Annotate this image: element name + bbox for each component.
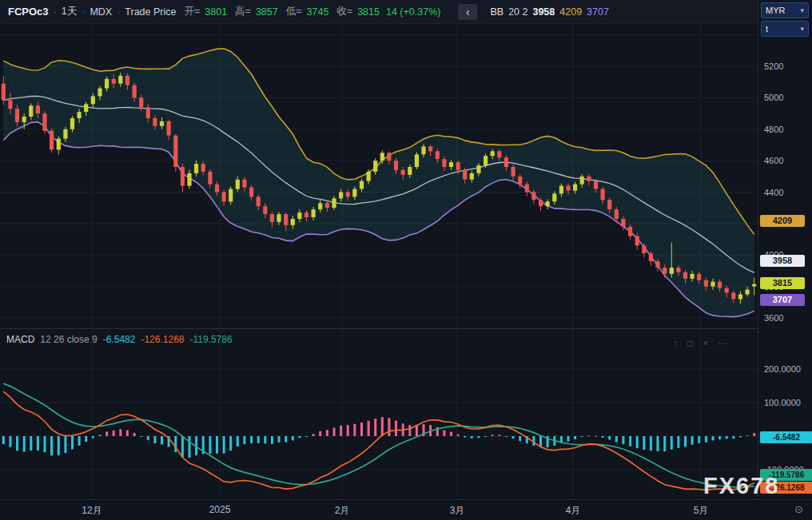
candle bbox=[312, 209, 316, 217]
currency-select[interactable]: MYR ▾ bbox=[761, 2, 809, 18]
candle bbox=[525, 185, 529, 193]
macd-histogram-bar bbox=[739, 436, 742, 438]
bb-indicator-name[interactable]: BB bbox=[490, 6, 504, 18]
macd-histogram-bar bbox=[691, 436, 694, 445]
candle bbox=[594, 181, 598, 189]
macd-histogram-bar bbox=[663, 436, 666, 451]
candle bbox=[160, 121, 164, 126]
candle bbox=[229, 189, 233, 202]
candle bbox=[78, 112, 82, 118]
candle bbox=[552, 194, 556, 202]
candle bbox=[511, 167, 515, 177]
candle bbox=[387, 153, 391, 161]
macd-signal-line bbox=[3, 383, 754, 487]
candle bbox=[663, 268, 667, 274]
macd-histogram-bar bbox=[99, 435, 102, 436]
candle bbox=[725, 288, 729, 293]
pane-controls: ↑ □ × ⋯ bbox=[673, 338, 727, 349]
candle bbox=[236, 180, 240, 189]
macd-histogram-bar bbox=[126, 431, 129, 437]
macd-histogram-bar bbox=[285, 436, 287, 443]
time-axis-label: 4月 bbox=[566, 504, 581, 518]
candle bbox=[497, 151, 501, 157]
macd-histogram-bar bbox=[622, 436, 624, 444]
move-pane-up-icon[interactable]: ↑ bbox=[673, 338, 678, 349]
candle bbox=[91, 96, 95, 104]
macd-histogram-bar bbox=[44, 436, 46, 452]
macd-histogram-bar bbox=[698, 436, 700, 443]
candle bbox=[607, 200, 611, 209]
back-button[interactable]: ‹ bbox=[458, 4, 477, 20]
more-options-icon[interactable]: ⋯ bbox=[718, 338, 727, 349]
macd-indicator-name[interactable]: MACD bbox=[6, 334, 34, 345]
close-pane-icon[interactable]: × bbox=[703, 338, 708, 349]
macd-histogram-bar bbox=[443, 431, 445, 436]
axis-tick-label: 4400 bbox=[764, 186, 783, 199]
macd-histogram-bar bbox=[492, 435, 494, 436]
macd-histogram-bar bbox=[223, 436, 225, 454]
macd-histogram-bar bbox=[140, 436, 142, 437]
macd-histogram-bar bbox=[37, 436, 39, 451]
bb-upper-price-tag: 4209 bbox=[760, 215, 805, 227]
candle bbox=[22, 117, 26, 122]
macd-histogram-bar bbox=[684, 436, 687, 447]
axis-tick-label: 5000 bbox=[764, 91, 783, 104]
symbol-name[interactable]: FCPOc3 bbox=[8, 6, 49, 18]
candle bbox=[208, 172, 212, 185]
macd-histogram-bar bbox=[574, 436, 576, 439]
candle bbox=[373, 161, 377, 172]
candle bbox=[270, 214, 274, 222]
macd-histogram-bar bbox=[119, 429, 121, 436]
macd-hist-tag: -6.5482 bbox=[760, 431, 812, 443]
candle bbox=[484, 156, 488, 165]
bb-lower-value: 3707 bbox=[587, 6, 609, 18]
price-axis[interactable]: MYR ▾ t ▾ 520050004800460044004200400038… bbox=[758, 0, 812, 499]
maximize-pane-icon[interactable]: □ bbox=[687, 338, 693, 349]
main-chart-canvas[interactable] bbox=[0, 24, 758, 329]
macd-histogram-bar bbox=[278, 436, 281, 443]
interval-button[interactable]: 1天 bbox=[62, 5, 77, 18]
candle bbox=[635, 236, 639, 246]
macd-hist-value: -6.5482 bbox=[103, 334, 136, 345]
separator-dot: · bbox=[82, 6, 85, 18]
macd-histogram-bar bbox=[374, 419, 376, 436]
macd-histogram-bar bbox=[677, 436, 679, 448]
candle bbox=[133, 85, 137, 98]
open-label: 开= bbox=[184, 5, 200, 18]
trading-chart-window: FCPOc3 · 1天 · MDX · Trade Price 开=3801 高… bbox=[0, 0, 812, 520]
target-icon[interactable]: ⊙ bbox=[794, 503, 803, 515]
candle bbox=[367, 172, 371, 181]
exchange-name: MDX bbox=[90, 6, 112, 18]
candle bbox=[531, 193, 535, 200]
macd-histogram-bar bbox=[64, 436, 66, 453]
high-label: 高= bbox=[235, 5, 251, 18]
candle bbox=[642, 245, 646, 253]
macd-histogram-bar bbox=[16, 436, 18, 451]
chevron-down-icon: ▾ bbox=[800, 25, 804, 33]
bb-mid-value: 3958 bbox=[532, 6, 555, 18]
macd-histogram-bar bbox=[718, 436, 721, 439]
candle bbox=[153, 118, 157, 126]
macd-pane-canvas[interactable] bbox=[0, 329, 758, 499]
time-axis[interactable]: ⊙ 12月20252月3月4月5月 bbox=[0, 499, 812, 520]
macd-histogram-bar bbox=[464, 436, 466, 438]
macd-histogram-bar bbox=[368, 421, 370, 436]
candle bbox=[284, 214, 288, 225]
candle bbox=[57, 139, 61, 150]
candle bbox=[139, 97, 143, 107]
macd-histogram-bar bbox=[71, 436, 74, 450]
macd-histogram-bar bbox=[457, 435, 460, 436]
candle bbox=[352, 189, 356, 197]
candle bbox=[587, 177, 591, 181]
macd-histogram-bar bbox=[271, 436, 273, 444]
macd-histogram-bar bbox=[732, 436, 734, 439]
candle bbox=[691, 274, 695, 279]
macd-histogram-bar bbox=[671, 436, 673, 450]
macd-histogram-bar bbox=[726, 436, 728, 439]
candle bbox=[566, 186, 570, 191]
candle bbox=[249, 188, 253, 197]
candle bbox=[615, 209, 619, 219]
unit-select[interactable]: t ▾ bbox=[761, 21, 809, 37]
candle bbox=[436, 151, 440, 159]
bb-indicator-params: 20 2 bbox=[508, 6, 527, 18]
